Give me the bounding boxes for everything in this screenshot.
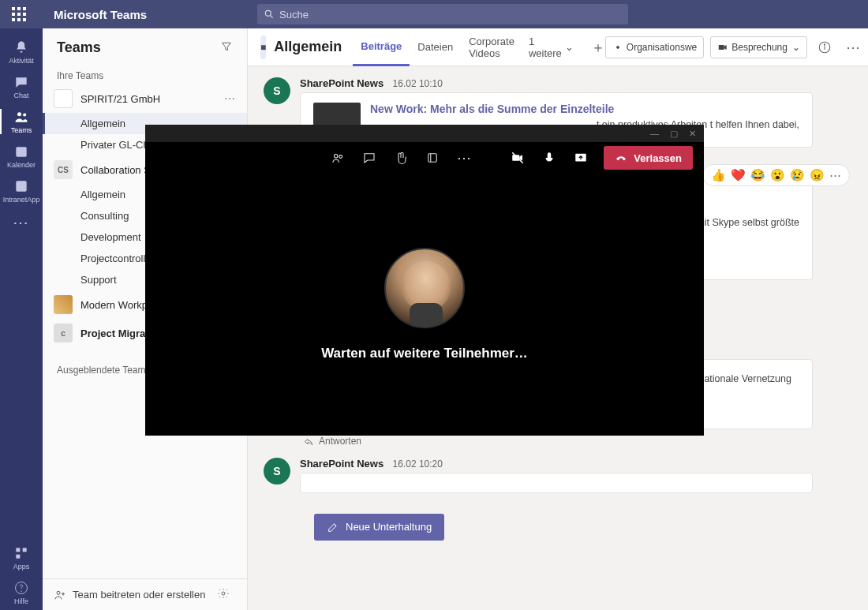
hangup-icon [615,152,627,164]
rail-chat-label: Chat [13,92,28,99]
rail-apps[interactable]: Apps [0,541,43,575]
rail-chat[interactable]: Chat [0,69,43,104]
chat-icon[interactable] [361,149,378,167]
search-icon [264,9,275,20]
reaction-angry[interactable]: 😠 [810,168,825,182]
post-avatar: S [264,458,290,485]
rail-calendar-label: Kalender [7,161,36,169]
reaction-sad[interactable]: 😢 [790,168,805,182]
svg-point-2 [17,112,21,116]
rail-more-icon[interactable]: ⋯ [13,213,30,232]
channel-header: ■ Allgemein Beiträge Dateien Corporate V… [248,28,868,66]
compose-label: Neue Unterhaltung [346,521,432,533]
svg-point-0 [265,10,271,16]
search-placeholder: Suche [279,9,309,21]
rooms-icon[interactable] [424,149,441,167]
minimize-icon[interactable]: — [650,129,659,138]
rail-activity-label: Aktivität [9,57,34,65]
maximize-icon[interactable]: ▢ [670,129,678,139]
post-time: 16.02 10:10 [393,78,443,89]
participants-icon[interactable] [329,149,346,167]
search-box[interactable]: Suche [257,4,628,24]
post-avatar: S [264,77,290,104]
team-avatar [54,295,73,314]
join-create-icon [54,589,66,601]
tabs-more[interactable]: 1 weitere ⌄ [522,36,580,59]
org-icon [612,42,623,53]
tab-posts[interactable]: Beiträge [353,28,410,66]
svg-rect-4 [16,147,26,157]
team-avatar: CS [54,160,73,179]
video-icon [717,42,728,53]
reaction-surprised[interactable]: 😮 [770,168,785,182]
titlebar: Microsoft Teams Suche [0,0,868,28]
svg-rect-16 [719,45,724,50]
chevron-down-icon: ⌄ [565,41,574,53]
meeting-stage: Warten auf weitere Teilnehmer… [145,174,704,436]
calendar-icon [13,144,29,159]
leave-label: Verlassen [634,152,682,164]
microphone-icon[interactable] [541,149,558,167]
reactions-bar: 👍 ❤️ 😂 😮 😢 😠 ⋯ [702,164,850,186]
more-icon[interactable]: ⋯ [842,36,864,58]
camera-off-icon[interactable] [509,149,526,167]
app-launcher-icon[interactable] [8,3,30,25]
tab-files[interactable]: Dateien [410,28,461,66]
team-name: Modern Workpla [80,299,155,311]
meet-button[interactable]: Besprechung ⌄ [710,36,807,58]
reaction-heart[interactable]: ❤️ [731,168,746,182]
bell-icon [13,39,29,55]
compose-icon [327,521,339,533]
settings-icon[interactable] [217,587,236,602]
meeting-window: — ▢ ✕ ⋯ Verlassen Warten auf weitere Tei… [145,125,704,436]
rail-apps-label: Apps [13,563,30,571]
left-rail: Aktivität Chat Teams Kalender IntranetAp… [0,28,43,610]
rail-help[interactable]: Hilfe [0,575,43,610]
svg-rect-11 [16,555,20,559]
svg-point-14 [57,591,60,594]
raise-hand-icon[interactable] [392,149,410,167]
org-pill[interactable]: Organisationswe [605,36,704,58]
reply-icon [303,436,314,447]
team-row[interactable]: SPIRIT/21 GmbH ⋯ [43,84,247,113]
tab-corporate-videos[interactable]: Corporate Videos [461,28,522,66]
waiting-label: Warten auf weitere Teilnehmer… [321,346,528,361]
reaction-laugh[interactable]: 😂 [750,168,765,182]
join-create-label[interactable]: Team beitreten oder erstellen [73,589,205,601]
share-screen-icon[interactable] [572,149,589,167]
channel-avatar: ■ [260,36,266,59]
post-author: SharePoint News [300,458,383,470]
meeting-titlebar: — ▢ ✕ [145,125,704,142]
post-card[interactable] [300,473,813,493]
svg-rect-8 [16,181,26,191]
add-tab-icon[interactable]: ＋ [591,38,605,57]
rail-calendar[interactable]: Kalender [0,139,43,174]
rail-activity[interactable]: Aktivität [0,35,43,69]
reaction-more-icon[interactable]: ⋯ [829,168,841,182]
new-conversation-button[interactable]: Neue Unterhaltung [314,514,444,541]
channel-title: Allgemein [274,39,342,55]
svg-line-1 [271,16,273,18]
apps-icon [13,545,29,561]
team-name: Project Migrati [80,327,152,339]
team-more-icon[interactable]: ⋯ [224,92,236,105]
chat-icon [13,74,29,90]
info-icon[interactable] [814,36,836,58]
chevron-down-icon: ⌄ [792,42,800,53]
rail-teams[interactable]: Teams [0,104,43,139]
filter-icon[interactable] [220,40,233,55]
more-icon[interactable]: ⋯ [455,149,473,167]
post-time: 16.02 10:20 [393,458,443,470]
leave-button[interactable]: Verlassen [604,146,693,170]
rail-teams-label: Teams [11,126,32,134]
svg-rect-10 [23,548,27,552]
reaction-like[interactable]: 👍 [711,168,726,182]
rail-intranet[interactable]: IntranetApp [0,174,43,208]
help-icon [13,580,29,596]
rail-intranet-label: IntranetApp [3,196,40,204]
post-title[interactable]: New Work: Mehr als die Summe der Einzelt… [370,103,799,115]
org-label: Organisationswe [627,42,697,53]
your-teams-label: Ihre Teams [43,64,247,84]
svg-point-21 [339,155,342,159]
close-icon[interactable]: ✕ [689,129,696,139]
